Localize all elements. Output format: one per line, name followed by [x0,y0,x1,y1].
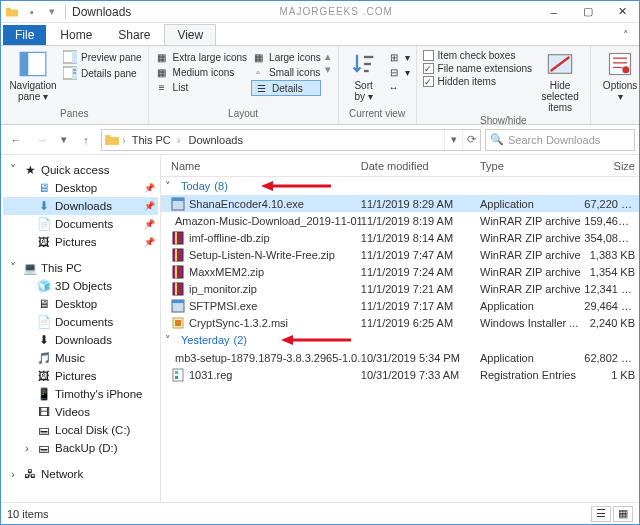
sort-by-button[interactable]: Sort by ▾ [345,48,383,104]
file-row[interactable]: Setup-Listen-N-Write-Free.zip11/1/2019 7… [161,246,639,263]
tree-pictures-pc[interactable]: 🖼Pictures [3,367,158,385]
address-dropdown-button[interactable]: ▾ [444,130,462,150]
minimize-button[interactable]: – [537,1,571,23]
tree-iphone[interactable]: 📱Timothy's iPhone [3,385,158,403]
tree-music[interactable]: 🎵Music [3,349,158,367]
preview-pane-button[interactable]: Preview pane [63,50,142,64]
group-header[interactable]: ˅Yesterday (2) [161,331,639,349]
file-size: 1,383 KB [584,249,639,261]
file-row[interactable]: SFTPMSI.exe11/1/2019 7:17 AMApplication2… [161,297,639,314]
tree-desktop[interactable]: 🖥Desktop📌 [3,179,158,197]
pin-icon: 📌 [144,219,154,229]
file-name-extensions-toggle[interactable]: ✓File name extensions [423,63,533,74]
hide-selected-button[interactable]: Hide selected items [536,48,584,115]
group-header[interactable]: ˅Today (8) [161,177,639,195]
up-button[interactable]: ↑ [75,129,97,151]
layout-scroll-down[interactable]: ▾ [325,63,331,76]
col-type[interactable]: Type [480,160,584,172]
column-headers[interactable]: Name Date modified Type Size [161,155,639,177]
ribbon-group-layout-label: Layout [155,108,332,122]
col-date[interactable]: Date modified [361,160,480,172]
watermark: MAJORGEEKS .COM [135,6,537,17]
layout-medium-icons[interactable]: ▦Medium icons [155,65,247,79]
tree-network[interactable]: ›🖧Network [3,465,158,483]
group-by-icon: ⊞ [387,50,401,64]
ribbon-group-show-hide: Item check boxes ✓File name extensions ✓… [417,46,592,124]
tab-home[interactable]: Home [48,25,104,45]
file-row[interactable]: mb3-setup-1879.1879-3.8.3.2965-1.0.613-.… [161,349,639,366]
layout-scroll-up[interactable]: ▴ [325,50,331,63]
file-list[interactable]: Name Date modified Type Size ˅Today (8)S… [161,155,639,502]
documents-icon: 📄 [37,217,51,231]
col-name[interactable]: Name [167,160,361,172]
layout-extra-large-icons[interactable]: ▦Extra large icons [155,50,247,64]
file-row[interactable]: imf-offline-db.zip11/1/2019 8:14 AMWinRA… [161,229,639,246]
group-label: Yesterday [181,334,230,346]
breadcrumb-downloads[interactable]: Downloads [184,134,252,146]
file-row[interactable]: 1031.reg10/31/2019 7:33 AMRegistration E… [161,366,639,383]
navigation-pane-button[interactable]: Navigation pane ▾ [7,48,59,104]
tree-local-disk-c[interactable]: 🖴Local Disk (C:) [3,421,158,439]
forward-button[interactable]: → [31,129,53,151]
grouping-buttons[interactable]: ⊞▾ ⊟▾ ↔ [387,48,410,94]
svg-marker-33 [281,335,293,345]
search-box[interactable]: 🔍 Search Downloads [485,129,635,151]
layout-small-icons[interactable]: ▫Small icons [251,65,321,79]
file-row[interactable]: ShanaEncoder4.10.exe11/1/2019 8:29 AMApp… [161,195,639,212]
layout-list[interactable]: ≡List [155,80,247,94]
refresh-button[interactable]: ⟳ [462,130,480,150]
file-icon [171,368,185,382]
window-frame: ▪ ▾ Downloads MAJORGEEKS .COM – ▢ ✕ File… [0,0,640,525]
status-bar: 10 items ☰ ▦ [1,502,639,524]
tree-downloads-pc[interactable]: ⬇Downloads [3,331,158,349]
tree-documents-pc[interactable]: 📄Documents [3,313,158,331]
qat-item[interactable]: ▪ [25,5,39,19]
qat-dropdown[interactable]: ▾ [45,5,59,19]
file-name: ShanaEncoder4.10.exe [189,198,304,210]
tree-this-pc[interactable]: ˅💻This PC [3,259,158,277]
tree-pictures[interactable]: 🖼Pictures📌 [3,233,158,251]
item-check-boxes-toggle[interactable]: Item check boxes [423,50,533,61]
tab-share[interactable]: Share [106,25,162,45]
downloads-icon: ⬇ [37,333,51,347]
details-view-mode-button[interactable]: ☰ [591,506,611,522]
file-row[interactable]: Amazon-Music-Download_2019-11-01_0...11/… [161,212,639,229]
tab-file[interactable]: File [3,25,46,45]
tree-documents[interactable]: 📄Documents📌 [3,215,158,233]
back-button[interactable]: ← [5,129,27,151]
file-row[interactable]: CryptSync-1.3.2.msi11/1/2019 6:25 AMWind… [161,314,639,331]
tree-desktop-pc[interactable]: 🖥Desktop [3,295,158,313]
details-pane-button[interactable]: Details pane [63,66,142,80]
file-type: Application [480,352,584,364]
options-button[interactable]: Options ▾ [597,48,640,104]
tree-quick-access[interactable]: ˅★Quick access [3,161,158,179]
tree-videos[interactable]: 🎞Videos [3,403,158,421]
file-row[interactable]: ip_monitor.zip11/1/2019 7:21 AMWinRAR ZI… [161,280,639,297]
close-button[interactable]: ✕ [605,1,639,23]
hidden-items-toggle[interactable]: ✓Hidden items [423,76,533,87]
navigation-tree[interactable]: ˅★Quick access 🖥Desktop📌 ⬇Downloads📌 📄Do… [1,155,161,502]
breadcrumb-this-pc[interactable]: This PC [128,134,185,146]
file-date: 11/1/2019 6:25 AM [361,317,480,329]
file-row[interactable]: MaxxMEM2.zip11/1/2019 7:24 AMWinRAR ZIP … [161,263,639,280]
col-size[interactable]: Size [584,160,639,172]
thumbnails-view-mode-button[interactable]: ▦ [613,506,633,522]
svg-rect-29 [172,300,184,303]
tab-view[interactable]: View [164,24,216,45]
ribbon-collapse-button[interactable]: ˄ [613,26,639,45]
file-size: 1 KB [584,369,639,381]
layout-details[interactable]: ☰Details [251,80,321,96]
address-bar[interactable]: › This PC Downloads ▾ ⟳ [101,129,481,151]
tree-downloads[interactable]: ⬇Downloads📌 [3,197,158,215]
tree-backup-d[interactable]: ›🖴BackUp (D:) [3,439,158,457]
recent-locations-button[interactable]: ▾ [57,129,71,151]
title-bar[interactable]: ▪ ▾ Downloads MAJORGEEKS .COM – ▢ ✕ [1,1,639,23]
navigation-row: ← → ▾ ↑ › This PC Downloads ▾ ⟳ 🔍 Search… [1,125,639,155]
maximize-button[interactable]: ▢ [571,1,605,23]
layout-large-icons[interactable]: ▦Large icons [251,50,321,64]
ribbon-group-current-view: Sort by ▾ ⊞▾ ⊟▾ ↔ Current view [339,46,417,124]
chevron-down-icon: ˅ [165,180,177,193]
tree-3d-objects[interactable]: 🧊3D Objects [3,277,158,295]
file-icon [171,265,185,279]
drive-icon: 🖴 [37,423,51,437]
